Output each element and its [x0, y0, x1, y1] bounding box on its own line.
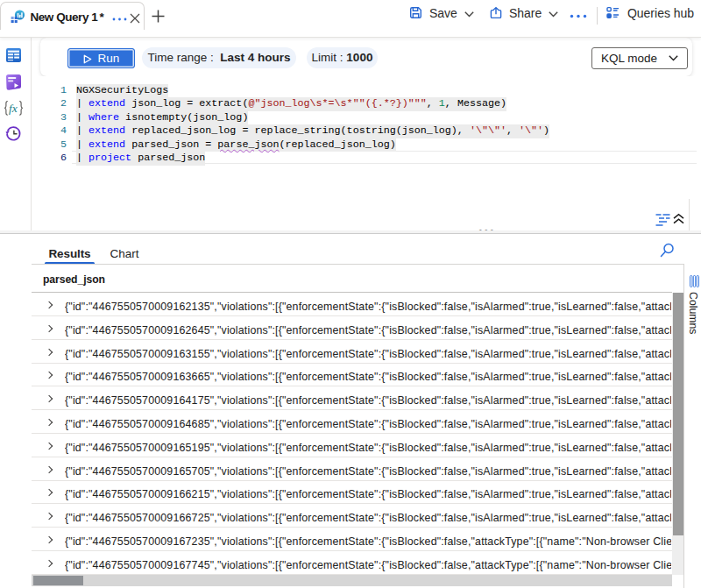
svg-text:fx: fx: [9, 102, 18, 115]
